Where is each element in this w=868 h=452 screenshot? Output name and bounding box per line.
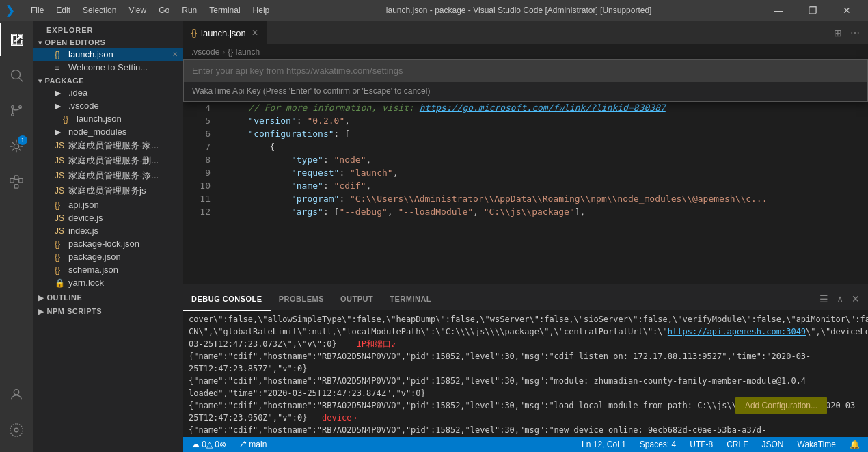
api-json-icon: {} — [55, 200, 66, 210]
sidebar-family-service2[interactable]: JS 家庭成员管理服务-删... — [33, 153, 183, 168]
sidebar-family-service1[interactable]: JS 家庭成员管理服务-家... — [33, 138, 183, 153]
sidebar-family-js[interactable]: JS 家庭成员管理服务js — [33, 183, 183, 198]
menu-file[interactable]: File — [25, 4, 49, 16]
sidebar-schema-json[interactable]: {} schema.json — [33, 263, 183, 276]
app-icon: ❯ — [5, 4, 14, 17]
status-line-col[interactable]: Ln 12, Col 1 — [579, 440, 629, 449]
family3-label: 家庭成员管理服务-添... — [68, 170, 159, 182]
family-js-label: 家庭成员管理服务js — [68, 185, 146, 197]
activity-debug[interactable]: 1 — [0, 130, 33, 163]
tab-close-icon[interactable]: ✕ — [252, 28, 258, 38]
svg-rect-10 — [14, 185, 18, 189]
tabs-actions: ⊞ ⋯ — [831, 25, 868, 41]
npm-scripts-section[interactable]: ▶ NPM Scripts — [33, 304, 183, 318]
open-editor-launch-json[interactable]: {} launch.json ✕ — [33, 48, 183, 61]
yarn-lock-label: yarn.lock — [68, 278, 104, 288]
svg-point-12 — [14, 428, 18, 432]
npm-chevron: ▶ — [38, 308, 44, 315]
sidebar-family-service3[interactable]: JS 家庭成员管理服务-添... — [33, 168, 183, 183]
sidebar-package-lock[interactable]: {} package-lock.json — [33, 237, 183, 250]
status-eol[interactable]: CRLF — [724, 440, 750, 449]
menu-help[interactable]: Help — [247, 4, 275, 16]
add-configuration-button[interactable]: Add Configuration... — [735, 397, 827, 414]
panel-up-icon[interactable]: ∧ — [834, 291, 846, 307]
status-notifications[interactable]: 🔔 — [847, 440, 863, 449]
maximize-button[interactable]: ❐ — [797, 0, 828, 21]
tab-terminal[interactable]: TERMINAL — [381, 287, 439, 311]
sidebar-yarn-lock[interactable]: 🔒 yarn.lock — [33, 276, 183, 289]
status-branch[interactable]: ⎇ main — [234, 440, 269, 449]
launch-json-label: launch.json — [77, 114, 122, 124]
panel-filter-icon[interactable]: ☰ — [817, 291, 831, 307]
svg-line-2 — [19, 78, 23, 81]
annotation-ip-port: IP和端口↙ — [357, 339, 396, 349]
menu-view[interactable]: View — [123, 4, 152, 16]
minimize-button[interactable]: — — [763, 0, 794, 21]
device-js-label: device.js — [68, 213, 103, 223]
activity-extensions[interactable] — [0, 165, 33, 198]
activity-search[interactable] — [0, 59, 33, 92]
menu-edit[interactable]: Edit — [51, 4, 76, 16]
panel-close-icon[interactable]: ✕ — [849, 291, 863, 307]
yarn-lock-icon: 🔒 — [55, 278, 66, 288]
package-chevron: ▾ — [38, 77, 42, 85]
breadcrumb-vscode[interactable]: .vscode — [191, 47, 219, 57]
vscode-label: .vscode — [68, 101, 99, 111]
activity-settings[interactable] — [0, 414, 33, 447]
open-editors-header[interactable]: ▾ Open Editors — [33, 37, 183, 48]
console-line-1: cover\":false,\"allowSimpleType\":false,… — [189, 313, 863, 350]
status-git-sync[interactable]: ☁ 0△ 0⊗ — [189, 440, 229, 449]
node-modules-label: node_modules — [68, 127, 126, 137]
sidebar-vscode[interactable]: ▶ .vscode — [33, 99, 183, 112]
close-launch-icon[interactable]: ✕ — [172, 51, 178, 58]
status-wakatime[interactable]: WakaTime — [795, 440, 839, 449]
panel-actions: ☰ ∧ ✕ — [817, 291, 868, 307]
close-button[interactable]: ✕ — [831, 0, 863, 21]
sidebar-api-json[interactable]: {} api.json — [33, 198, 183, 211]
sidebar-launch-json[interactable]: {} launch.json — [33, 112, 183, 125]
tab-launch-label: launch.json — [201, 28, 246, 38]
sidebar-package-json[interactable]: {} package.json — [33, 250, 183, 263]
outline-chevron: ▶ — [38, 294, 44, 302]
package-header[interactable]: ▾ Package — [33, 75, 183, 86]
main-container: 1 Explorer ▾ Open Editors {} launch.json — [0, 21, 868, 452]
debug-badge: 1 — [18, 135, 27, 145]
outline-section[interactable]: ▶ Outline — [33, 291, 183, 304]
wakatime-api-key-input[interactable] — [184, 60, 867, 81]
open-editor-welcome[interactable]: ≡ Welcome to Settin... — [33, 61, 183, 74]
package-lock-label: package-lock.json — [68, 239, 139, 249]
activity-account[interactable] — [0, 378, 33, 411]
svg-point-11 — [14, 390, 18, 395]
sidebar-node-modules[interactable]: ▶ node_modules — [33, 125, 183, 138]
console-line-2: {"name":"cdif","hostname":"RB7A02D5N4P0V… — [189, 350, 863, 375]
breadcrumb-launch[interactable]: {} launch — [228, 47, 260, 57]
activity-explorer[interactable] — [0, 23, 33, 56]
status-language[interactable]: JSON — [759, 440, 787, 449]
menu-terminal[interactable]: Terminal — [204, 4, 245, 16]
window-title: launch.json - package - Visual Studio Co… — [275, 5, 763, 15]
menu-items: File Edit Selection View Go Run Terminal… — [25, 4, 275, 16]
family1-icon: JS — [55, 141, 66, 150]
sidebar-idea[interactable]: ▶ .idea — [33, 86, 183, 99]
index-js-label: index.js — [68, 226, 98, 236]
more-actions-icon[interactable]: ⋯ — [847, 25, 863, 41]
tab-debug-console[interactable]: DEBUG CONSOLE — [183, 287, 271, 311]
tab-problems[interactable]: PROBLEMS — [271, 287, 332, 311]
sidebar: Explorer ▾ Open Editors {} launch.json ✕… — [33, 21, 183, 452]
tab-output[interactable]: OUTPUT — [332, 287, 381, 311]
tab-launch-json[interactable]: {} launch.json ✕ — [183, 21, 267, 44]
menu-selection[interactable]: Selection — [77, 4, 122, 16]
sidebar-index-js[interactable]: JS index.js — [33, 224, 183, 237]
npm-scripts-label: NPM Scripts — [47, 307, 103, 315]
menu-go[interactable]: Go — [153, 4, 175, 16]
activity-bar: 1 — [0, 21, 33, 452]
activity-source-control[interactable] — [0, 94, 33, 127]
package-json-icon: {} — [55, 252, 66, 262]
node-modules-icon: ▶ — [55, 127, 66, 137]
status-encoding[interactable]: UTF-8 — [687, 440, 716, 449]
idea-label: .idea — [68, 88, 87, 98]
menu-run[interactable]: Run — [176, 4, 202, 16]
status-spaces[interactable]: Spaces: 4 — [637, 440, 679, 449]
split-editor-icon[interactable]: ⊞ — [831, 25, 845, 41]
sidebar-device-js[interactable]: JS device.js — [33, 211, 183, 224]
